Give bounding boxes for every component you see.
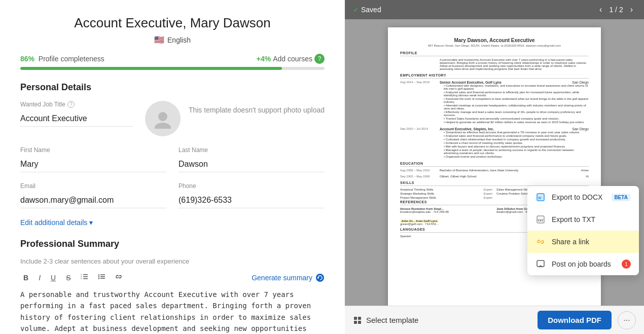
- right-panel: ✓ Saved ‹ 1 / 2 › Mary Dawson, Account E…: [345, 0, 644, 334]
- summary-toolbar: B I U S 1.2.3. Generate summary: [20, 271, 325, 284]
- last-name-input[interactable]: [178, 157, 325, 172]
- svg-point-9: [98, 276, 99, 277]
- first-name-input[interactable]: [20, 157, 166, 172]
- svg-point-10: [98, 278, 99, 279]
- svg-rect-3: [83, 276, 88, 277]
- doc-job-2-bullet-1: • Streamlined an effective lead process …: [444, 131, 589, 134]
- more-options-button[interactable]: ···: [618, 311, 636, 329]
- doc-profile-spacer: [400, 58, 436, 70]
- bottom-bar: Select template Download PDF ···: [345, 306, 644, 334]
- photo-area: This template doesn't support photo uplo…: [145, 101, 325, 136]
- doc-edu-1-content: Bachelor of Business Administration, Iow…: [440, 169, 589, 172]
- ordered-list-button[interactable]: 1.2.3.: [78, 271, 91, 284]
- page-navigation: ‹ 1 / 2 ›: [596, 4, 636, 15]
- svg-rect-2: [83, 274, 88, 275]
- doc-edu-1-date: Aug 2006 – May 2010: [400, 169, 436, 172]
- doc-job-2-bullet-2: • Analyzed sales and financial performan…: [444, 134, 589, 137]
- add-courses-label: Add courses: [273, 55, 312, 63]
- ref-3-contact: green@golf.com · 714-551...: [400, 222, 492, 226]
- doc-job-1-title: Senior Account Executive, Golf Lynx San …: [440, 81, 589, 84]
- flag-icon: 🇺🇸: [154, 35, 164, 45]
- doc-profile-label: PROFILE: [400, 51, 589, 56]
- underline-button[interactable]: U: [48, 272, 59, 284]
- wanted-job-title-group: Wanted Job Title ?: [20, 101, 133, 136]
- first-name-label: First Name: [20, 146, 166, 154]
- link-button[interactable]: [112, 271, 125, 284]
- doc-edu-2-date: Sep 2002 – May 2006: [400, 175, 436, 178]
- job-title-photo-row: Wanted Job Title ? This template doesn't…: [20, 101, 325, 136]
- beta-badge: BETA: [612, 194, 630, 201]
- strikethrough-button[interactable]: S: [63, 272, 74, 284]
- next-page-button[interactable]: ›: [627, 4, 636, 15]
- email-input[interactable]: [20, 193, 166, 208]
- help-icon[interactable]: ?: [314, 54, 325, 64]
- select-template-button[interactable]: Select template: [353, 316, 418, 325]
- export-docx-label: Export to DOCX: [552, 193, 602, 201]
- professional-summary-section: Professional Summary Include 2-3 clear s…: [20, 239, 325, 334]
- doc-job-2-content: Account Executive, Staples, Inc. San Die…: [440, 127, 589, 159]
- progress-bar-fill: [20, 67, 282, 70]
- page-indicator: 1 / 2: [609, 6, 623, 14]
- doc-contact: 687 Beacon Street, San Diego, 92154, Uni…: [400, 44, 589, 47]
- doc-job-1-bullet-7: • Helped to generate an additional $2 mi…: [444, 121, 589, 124]
- doc-job-2-date: Sep 2010 – Jul 2014: [400, 127, 436, 159]
- progress-section: 86% Profile completeness +4% Add courses…: [20, 54, 325, 70]
- language-row: 🇺🇸 English: [20, 35, 325, 45]
- prev-page-button[interactable]: ‹: [596, 4, 605, 15]
- italic-button[interactable]: I: [35, 272, 44, 284]
- wanted-job-title-input[interactable]: [20, 111, 133, 127]
- share-link-item[interactable]: Share a link: [527, 231, 639, 253]
- doc-job-2-bullet-6: • Managed a team of people, devoted to a…: [444, 149, 589, 155]
- doc-profile-text: A personable and trustworthy Account Exe…: [440, 58, 589, 70]
- doc-skills-col-1: Analytical Thinking SkillsExpert Strateg…: [400, 188, 492, 200]
- doc-job-2-title: Account Executive, Staples, Inc. San Die…: [440, 127, 589, 131]
- progress-bar-background: [20, 67, 325, 70]
- doc-job-1-date: Aug 2014 – Sep 2019: [400, 81, 436, 124]
- svg-text:3.: 3.: [81, 277, 82, 280]
- doc-job-2: Sep 2010 – Jul 2014 Account Executive, S…: [400, 127, 589, 159]
- photo-note: This template doesn't support photo uplo…: [189, 101, 325, 114]
- bold-button[interactable]: B: [20, 272, 31, 284]
- skill-3: Project Management SkillsExpert: [400, 196, 492, 199]
- svg-text:W: W: [538, 196, 542, 200]
- svg-point-14: [316, 274, 324, 282]
- post-job-boards-item[interactable]: Post on job boards 1: [527, 253, 639, 275]
- photo-box[interactable]: [145, 101, 181, 136]
- post-notification-badge: 1: [622, 259, 631, 269]
- download-pdf-button[interactable]: Download PDF: [538, 311, 612, 329]
- svg-point-1: [155, 123, 171, 129]
- first-name-group: First Name: [20, 146, 166, 172]
- doc-job-1-bullet-1: • Collaborated with designers, marketers…: [444, 84, 589, 90]
- last-name-label: Last Name: [178, 146, 325, 154]
- summary-textarea[interactable]: A personable and trustworthy Account Exe…: [20, 289, 325, 334]
- email-label: Email: [20, 182, 166, 190]
- name-row: First Name Last Name: [20, 146, 325, 172]
- professional-summary-title: Professional Summary: [20, 239, 325, 249]
- doc-job-1-bullet-5: • Effectively manage and lead a sales te…: [444, 110, 589, 117]
- svg-rect-24: [358, 321, 361, 324]
- export-txt-item[interactable]: TXT Export to TXT: [527, 208, 639, 231]
- notification-wrapper: 1: [622, 259, 631, 269]
- edit-additional-details[interactable]: Edit additional details ▾: [20, 218, 325, 227]
- doc-job-1-bullet-4: • Attended meetings at corporate headqua…: [444, 104, 589, 110]
- wanted-job-title-info-icon[interactable]: ?: [67, 101, 75, 108]
- saved-badge: ✓ Saved: [353, 6, 381, 14]
- docx-icon: W: [535, 192, 546, 202]
- phone-group: Phone: [178, 182, 325, 208]
- post-icon: [535, 259, 546, 269]
- generate-summary-button[interactable]: Generate summary: [252, 273, 325, 282]
- share-link-icon: [535, 237, 546, 247]
- doc-job-1-content: Senior Account Executive, Golf Lynx San …: [440, 81, 589, 124]
- add-courses[interactable]: +4% Add courses ?: [257, 54, 325, 64]
- doc-job-2-bullet-4: • Achieved a chart record of meeting mon…: [444, 141, 589, 144]
- unordered-list-button[interactable]: [95, 271, 108, 284]
- professional-summary-subtitle: Include 2-3 clear sentences about your o…: [20, 257, 325, 265]
- phone-label: Phone: [178, 182, 325, 190]
- personal-details-section: Personal Details Wanted Job Title ? This…: [20, 82, 325, 227]
- phone-input[interactable]: [178, 193, 325, 208]
- export-docx-item[interactable]: W Export to DOCX BETA: [527, 186, 639, 208]
- resume-toolbar: ✓ Saved ‹ 1 / 2 ›: [345, 0, 644, 19]
- svg-text:TXT: TXT: [538, 219, 544, 222]
- skill-2: Strategic Marketing SkillsExpert: [400, 192, 492, 195]
- export-dropdown: W Export to DOCX BETA TXT Export to TXT …: [527, 186, 639, 275]
